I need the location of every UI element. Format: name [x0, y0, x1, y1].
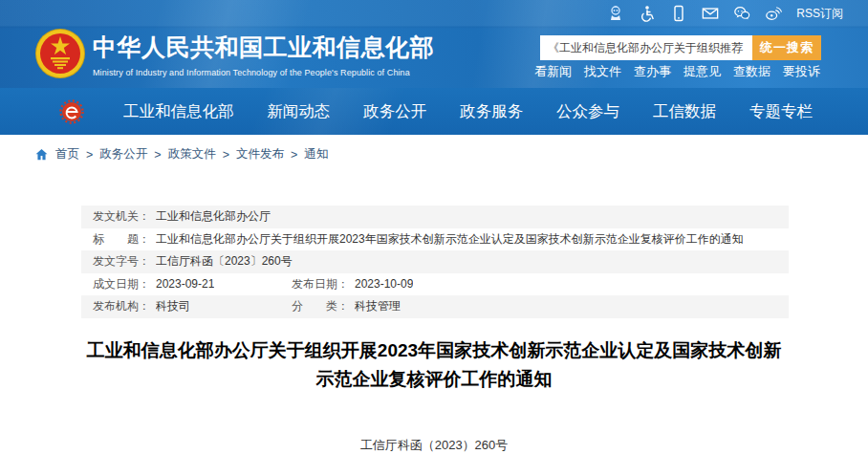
- nav-item-special-topics[interactable]: 专题专栏: [749, 101, 813, 122]
- breadcrumb-separator: >: [86, 148, 93, 162]
- meta-row-publisher-category: 发布机构： 科技司 分 类： 科技管理: [81, 295, 789, 318]
- breadcrumb-separator: >: [154, 148, 161, 162]
- meta-label: 发文机关：: [93, 206, 150, 228]
- search-box: 统一搜索: [540, 35, 821, 60]
- quick-link-complaint[interactable]: 要投诉: [783, 63, 820, 80]
- meta-label: 发布日期：: [292, 273, 349, 296]
- breadcrumb-home[interactable]: 首页: [55, 146, 79, 162]
- breadcrumb-document-release[interactable]: 文件发布: [236, 146, 284, 162]
- meta-label: 发布机构：: [93, 295, 150, 318]
- mobile-icon[interactable]: [670, 5, 687, 22]
- meta-label: 标 题：: [93, 228, 150, 251]
- breadcrumb-policy-documents[interactable]: 政策文件: [168, 146, 216, 162]
- breadcrumb-current-notice: 通知: [304, 146, 328, 162]
- document-meta-table: 发文机关： 工业和信息化部办公厅 标 题： 工业和信息化部办公厅关于组织开展20…: [81, 206, 789, 318]
- meta-value: 工业和信息化部办公厅: [156, 206, 271, 228]
- meta-row-dates: 成文日期： 2023-09-21 发布日期： 2023-10-09: [81, 273, 789, 296]
- site-brand: 中华人民共和国工业和信息化部 Ministry of Industry and …: [93, 32, 434, 77]
- site-title: 中华人民共和国工业和信息化部: [93, 32, 434, 63]
- main-nav: 工业和信息化部 新闻动态 政务公开 政务服务 公众参与 工信数据 专题专栏: [0, 88, 868, 135]
- meta-value: 科技管理: [355, 295, 401, 318]
- search-input[interactable]: [540, 35, 752, 60]
- meta-label: 发文字号：: [93, 250, 150, 273]
- national-emblem: [34, 28, 86, 79]
- quick-link-services[interactable]: 查办事: [634, 63, 671, 80]
- weibo-icon[interactable]: [765, 5, 782, 22]
- nav-item-gov-disclosure[interactable]: 政务公开: [363, 101, 426, 122]
- site-subtitle: Ministry of Industry and Information Tec…: [93, 68, 434, 77]
- breadcrumb: 首页 > 政务公开 > 政策文件 > 文件发布 > 通知: [34, 146, 328, 162]
- mascot-icon[interactable]: [607, 5, 624, 22]
- mail-icon[interactable]: [702, 5, 719, 22]
- quick-link-news[interactable]: 看新闻: [534, 63, 572, 80]
- meta-row-doc-number: 发文字号： 工信厅科函〔2023〕260号: [81, 250, 789, 273]
- article-doc-number: 工信厅科函（2023）260号: [0, 437, 868, 454]
- miit-logo-icon: [59, 99, 84, 124]
- nav-item-miit-data[interactable]: 工信数据: [653, 101, 716, 122]
- meta-label: 成文日期：: [93, 273, 150, 296]
- meta-value: 工信厅科函〔2023〕260号: [156, 250, 293, 273]
- quick-link-data[interactable]: 查数据: [733, 63, 770, 80]
- meta-value: 工业和信息化部办公厅关于组织开展2023年国家技术创新示范企业认定及国家技术创新…: [156, 228, 744, 251]
- quick-link-suggest[interactable]: 提意见: [684, 63, 721, 80]
- meta-value: 2023-10-09: [355, 273, 413, 296]
- meta-label: 分 类：: [292, 295, 349, 318]
- wechat-icon[interactable]: [733, 5, 750, 22]
- meta-row-title: 标 题： 工业和信息化部办公厅关于组织开展2023年国家技术创新示范企业认定及国…: [81, 228, 789, 251]
- breadcrumb-separator: >: [223, 148, 229, 162]
- breadcrumb-gov-disclosure[interactable]: 政务公开: [99, 146, 147, 162]
- article-title: 工业和信息化部办公厅关于组织开展2023年国家技术创新示范企业认定及国家技术创新…: [80, 336, 788, 394]
- header-banner: RSS订阅 中华人民共和国工业和信息化部 Ministry of Industr…: [0, 0, 868, 88]
- nav-item-miit[interactable]: 工业和信息化部: [123, 101, 234, 122]
- quick-links: 看新闻 找文件 查办事 提意见 查数据 要投诉: [534, 63, 820, 80]
- breadcrumb-separator: >: [291, 148, 297, 162]
- meta-value: 2023-09-21: [156, 273, 214, 296]
- home-icon[interactable]: [34, 147, 49, 162]
- meta-row-issuing-agency: 发文机关： 工业和信息化部办公厅: [81, 206, 789, 228]
- nav-item-gov-services[interactable]: 政务服务: [460, 101, 523, 122]
- accessibility-icon[interactable]: [639, 5, 656, 22]
- quick-link-files[interactable]: 找文件: [584, 63, 621, 80]
- topbar: RSS订阅: [607, 0, 843, 27]
- search-button[interactable]: 统一搜索: [752, 35, 821, 60]
- nav-item-public-participation[interactable]: 公众参与: [556, 101, 619, 122]
- nav-item-news[interactable]: 新闻动态: [267, 101, 330, 122]
- rss-subscribe-link[interactable]: RSS订阅: [796, 6, 843, 22]
- meta-value: 科技司: [156, 295, 190, 318]
